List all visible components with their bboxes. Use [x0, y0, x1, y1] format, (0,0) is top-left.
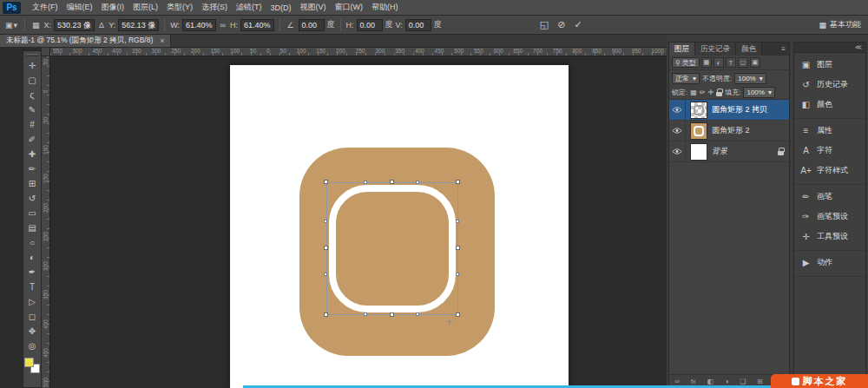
zoom-tool[interactable]: ◎: [23, 339, 41, 353]
filter-pixel-layers-icon[interactable]: ▦: [701, 57, 712, 68]
menu-item[interactable]: 图像(I): [97, 0, 129, 15]
dock-panel-properties[interactable]: ≡ 属性: [794, 121, 865, 141]
y-position-field[interactable]: 562.13 像: [118, 19, 159, 31]
link-dimensions-icon[interactable]: ∞: [219, 21, 227, 30]
eraser-tool[interactable]: ▭: [23, 206, 41, 220]
pen-tool[interactable]: ✒: [23, 265, 41, 279]
layer-row-rounded-rect[interactable]: 圆角矩形 2: [669, 121, 789, 141]
layer-thumbnail[interactable]: [690, 102, 707, 119]
menu-item[interactable]: 图层(L): [128, 0, 162, 15]
clone-stamp-tool[interactable]: ⊞: [23, 176, 41, 191]
layer-thumbnail[interactable]: [690, 122, 707, 140]
toolbar-grip[interactable]: [26, 54, 38, 56]
transform-handle-top-left[interactable]: [324, 180, 328, 184]
move-tool[interactable]: ✛: [23, 58, 41, 73]
path-anchor-point[interactable]: [416, 312, 419, 316]
crop-tool[interactable]: #: [23, 117, 41, 132]
path-anchor-point[interactable]: [324, 273, 327, 276]
path-anchor-point[interactable]: [456, 220, 459, 223]
menu-item[interactable]: 3D(D): [266, 0, 296, 15]
transform-handle-middle-left[interactable]: [324, 246, 328, 250]
dock-panel-tool-presets[interactable]: ✛ 工具预设: [794, 227, 865, 247]
shape-tool[interactable]: ◻: [23, 309, 41, 324]
filter-adjustment-layers-icon[interactable]: ◐: [713, 57, 724, 68]
x-position-field[interactable]: 530.23 像: [54, 19, 95, 31]
skew-h-field[interactable]: 0.00: [357, 19, 383, 31]
path-anchor-point[interactable]: [364, 181, 367, 184]
visibility-eye-icon[interactable]: [669, 100, 686, 120]
link-layers-icon[interactable]: ∞: [674, 378, 680, 385]
skew-v-field[interactable]: 0.00: [405, 19, 431, 31]
path-anchor-point[interactable]: [416, 181, 419, 184]
reference-point-locator[interactable]: ▦: [30, 21, 42, 30]
panel-menu-icon[interactable]: ≡: [762, 43, 789, 56]
menu-item[interactable]: 文件(F): [28, 0, 62, 15]
opacity-dropdown[interactable]: 100% ▾: [734, 73, 766, 84]
eyedropper-tool[interactable]: ✐: [23, 132, 41, 147]
tool-preset-picker[interactable]: ▣▾: [3, 21, 19, 30]
transform-handle-top-center[interactable]: [390, 180, 394, 184]
layer-group-icon[interactable]: ❏: [740, 378, 746, 385]
transform-handle-bottom-right[interactable]: [456, 312, 460, 317]
tab-color[interactable]: 颜色: [736, 43, 762, 56]
blur-tool[interactable]: ○: [23, 235, 41, 250]
foreground-color-swatch[interactable]: [24, 358, 34, 367]
dock-panel-color[interactable]: ◧ 颜色: [794, 95, 865, 115]
path-selection-tool[interactable]: ▷: [23, 294, 41, 309]
fill-dropdown[interactable]: 100% ▾: [743, 87, 774, 98]
quick-selection-tool[interactable]: ✎: [23, 102, 41, 117]
relative-position-toggle[interactable]: Δ: [97, 21, 106, 30]
layer-mask-icon[interactable]: ◧: [707, 378, 714, 385]
dock-panel-character[interactable]: A 字符: [794, 141, 865, 161]
path-anchor-point[interactable]: [324, 220, 327, 223]
dock-panel-brush[interactable]: ✏ 画笔: [794, 187, 865, 207]
adjustment-layer-icon[interactable]: ◑: [725, 378, 729, 385]
layer-filter-dropdown[interactable]: ⚲ 类型: [672, 57, 700, 68]
visibility-eye-icon[interactable]: [669, 121, 686, 141]
brush-tool[interactable]: ✏: [23, 161, 41, 176]
healing-brush-tool[interactable]: ✚: [23, 147, 41, 161]
transform-bounding-box[interactable]: [326, 182, 458, 315]
menu-item[interactable]: 视图(V): [296, 0, 331, 15]
visibility-eye-icon[interactable]: [669, 141, 686, 161]
workspace-switcher[interactable]: ▦ 基本功能: [819, 19, 865, 30]
layer-name[interactable]: 圆角矩形 2 拷贝: [712, 104, 767, 115]
filter-type-layers-icon[interactable]: T: [726, 57, 736, 68]
height-field[interactable]: 61.40%: [240, 19, 274, 31]
hand-tool[interactable]: ✥: [23, 324, 41, 339]
filter-shape-layers-icon[interactable]: ◻: [738, 57, 748, 68]
marquee-tool[interactable]: ▢: [23, 73, 41, 88]
lock-position-icon[interactable]: ✛: [708, 89, 714, 96]
type-tool[interactable]: T: [23, 279, 41, 294]
warp-mode-icon[interactable]: ◱: [540, 19, 549, 30]
dock-panel-history[interactable]: ↺ 历史记录: [794, 75, 865, 95]
layer-row-background[interactable]: 背景: [669, 141, 789, 162]
transform-handle-top-right[interactable]: [456, 180, 460, 184]
layer-style-icon[interactable]: fx: [691, 378, 696, 385]
layer-row-rounded-rect-copy[interactable]: 圆角矩形 2 拷贝: [669, 100, 789, 121]
menu-item[interactable]: 滤镜(T): [232, 0, 266, 15]
horizontal-ruler[interactable]: 5505004504003503002502001501005005010015…: [50, 48, 667, 56]
tab-layers[interactable]: 图层: [669, 43, 695, 56]
lock-transparent-pixels-icon[interactable]: ▦: [690, 89, 697, 96]
dock-panel-layers[interactable]: ▣ 图层: [794, 55, 865, 75]
dock-panel-brush-presets[interactable]: ✑ 画笔预设: [794, 207, 865, 227]
transform-handle-middle-right[interactable]: [456, 246, 460, 250]
dock-panel-actions[interactable]: ▶ 动作: [794, 253, 865, 273]
gradient-tool[interactable]: ▤: [23, 220, 41, 235]
cancel-transform-button[interactable]: ⊘: [557, 19, 565, 30]
document-tab[interactable]: 未标题-1 @ 75.1% (圆角矩形 2 拷贝, RGB/8) ×: [0, 35, 171, 47]
new-layer-icon[interactable]: ⊞: [757, 378, 763, 385]
menu-item[interactable]: 窗口(W): [331, 0, 368, 15]
dodge-tool[interactable]: ◐: [23, 250, 41, 265]
history-brush-tool[interactable]: ↺: [23, 191, 41, 206]
menu-item[interactable]: 编辑(E): [62, 0, 97, 15]
document-canvas[interactable]: +: [230, 65, 569, 388]
tab-history[interactable]: 历史记录: [695, 43, 736, 56]
layer-name[interactable]: 背景: [712, 146, 727, 157]
layer-thumbnail[interactable]: [690, 143, 707, 161]
path-anchor-point[interactable]: [364, 312, 367, 316]
menu-item[interactable]: 帮助(H): [367, 0, 403, 15]
filter-smart-objects-icon[interactable]: ▣: [750, 57, 760, 68]
lasso-tool[interactable]: ς: [23, 88, 41, 102]
